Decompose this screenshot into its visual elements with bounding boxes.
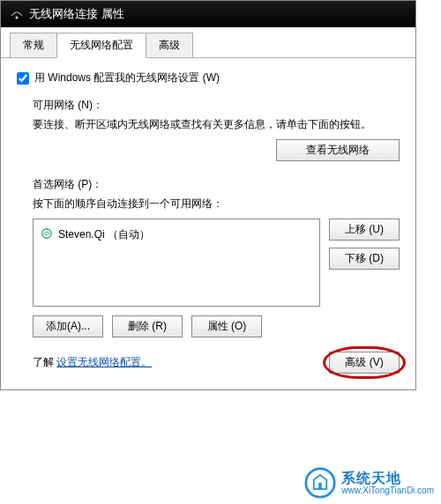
network-icon — [41, 227, 53, 242]
use-windows-config-row[interactable]: 用 Windows 配置我的无线网络设置 (W) — [17, 70, 400, 85]
properties-dialog: 无线网络连接 属性 常规 无线网络配置 高级 用 Windows 配置我的无线网… — [0, 0, 416, 390]
tab-panel: 用 Windows 配置我的无线网络设置 (W) 可用网络 (N)： 要连接、断… — [1, 58, 415, 389]
use-windows-config-label: 用 Windows 配置我的无线网络设置 (W) — [34, 70, 220, 85]
preferred-heading: 首选网络 (P)： — [33, 177, 400, 192]
tab-general[interactable]: 常规 — [10, 33, 57, 57]
move-down-button[interactable]: 下移 (D) — [329, 248, 400, 270]
available-heading: 可用网络 (N)： — [33, 98, 400, 113]
learn-prefix: 了解 — [33, 356, 54, 368]
move-up-button[interactable]: 上移 (U) — [329, 219, 400, 241]
watermark-brand: 系统天地 — [341, 471, 434, 486]
window-title: 无线网络连接 属性 — [29, 6, 124, 22]
network-name: Steven.Qi （自动） — [58, 227, 150, 242]
view-wireless-networks-button[interactable]: 查看无线网络 — [276, 139, 400, 161]
watermark: 系统天地 www.XiTongTianDi.com — [304, 467, 434, 499]
tab-wireless-config[interactable]: 无线网络配置 — [56, 33, 146, 58]
tab-bar: 常规 无线网络配置 高级 — [1, 27, 415, 58]
use-windows-config-checkbox[interactable] — [17, 72, 29, 85]
learn-text: 了解 设置无线网络配置。 — [33, 355, 152, 370]
remove-button[interactable]: 删除 (R) — [112, 315, 183, 337]
list-item[interactable]: Steven.Qi （自动） — [41, 226, 312, 243]
watermark-logo-icon — [304, 467, 336, 499]
preferred-network-list[interactable]: Steven.Qi （自动） — [33, 219, 320, 307]
wireless-icon — [10, 7, 24, 21]
advanced-button[interactable]: 高级 (V) — [329, 352, 400, 374]
preferred-networks-section: 首选网络 (P)： 按下面的顺序自动连接到一个可用网络： Steven.Qi （… — [33, 177, 400, 337]
learn-link[interactable]: 设置无线网络配置。 — [56, 356, 152, 368]
tab-advanced[interactable]: 高级 — [146, 33, 193, 57]
preferred-help-text: 按下面的顺序自动连接到一个可用网络： — [33, 196, 400, 211]
watermark-url: www.XiTongTianDi.com — [341, 485, 434, 495]
footer-row: 了解 设置无线网络配置。 高级 (V) — [33, 352, 400, 374]
properties-button[interactable]: 属性 (O) — [191, 315, 262, 337]
add-button[interactable]: 添加(A)... — [33, 315, 103, 337]
available-networks-section: 可用网络 (N)： 要连接、断开区域内无线网络或查找有关更多信息，请单击下面的按… — [33, 98, 400, 161]
titlebar: 无线网络连接 属性 — [1, 1, 415, 27]
svg-rect-3 — [319, 483, 323, 489]
available-help-text: 要连接、断开区域内无线网络或查找有关更多信息，请单击下面的按钮。 — [33, 116, 400, 132]
svg-point-0 — [16, 17, 19, 19]
